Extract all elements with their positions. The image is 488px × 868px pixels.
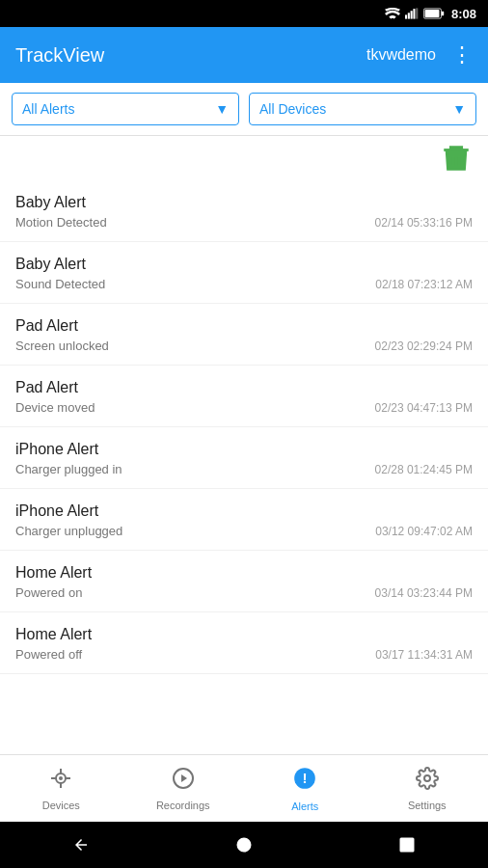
delete-button[interactable] [440, 142, 473, 175]
alert-item[interactable]: iPhone Alert Charger plugged in 02/28 01… [0, 427, 488, 489]
app-title: TrackView [15, 44, 104, 67]
alert-meta: Powered on 03/14 03:23:44 PM [15, 585, 473, 600]
devices-filter-arrow-icon: ▼ [452, 101, 466, 117]
nav-label-devices: Devices [42, 800, 80, 811]
alert-subtitle: Sound Detected [15, 277, 105, 291]
alert-title: Baby Alert [15, 194, 473, 211]
svg-rect-0 [405, 14, 407, 18]
nav-item-settings[interactable]: Settings [366, 759, 489, 819]
alert-title: Baby Alert [15, 256, 473, 273]
system-nav-bar [0, 822, 488, 868]
alert-title: Pad Alert [15, 317, 473, 335]
alert-item[interactable]: Baby Alert Sound Detected 02/18 07:23:12… [0, 242, 488, 304]
filter-bar: All Alerts ▼ All Devices ▼ [0, 83, 488, 136]
alerts-filter-dropdown[interactable]: All Alerts ▼ [12, 93, 239, 125]
settings-icon [416, 767, 439, 796]
alert-subtitle: Powered on [15, 585, 82, 600]
alert-time: 02/23 02:29:24 PM [375, 339, 473, 353]
svg-rect-6 [442, 12, 444, 16]
alert-subtitle: Charger plugged in [15, 462, 122, 476]
alerts-filter-arrow-icon: ▼ [215, 101, 229, 117]
nav-label-settings: Settings [408, 800, 447, 811]
alert-time: 02/18 07:23:12 AM [375, 278, 473, 291]
app-bar: TrackView tkvwdemo ⋮ [0, 27, 488, 83]
alert-title: Pad Alert [15, 379, 473, 396]
alert-time: 02/23 04:47:13 PM [375, 401, 473, 415]
devices-icon [49, 767, 72, 796]
svg-rect-3 [413, 9, 415, 19]
alert-subtitle: Device moved [15, 400, 95, 415]
signal-icon [405, 8, 419, 19]
svg-rect-22 [400, 838, 414, 852]
svg-text:!: ! [303, 770, 308, 786]
nav-label-recordings: Recordings [156, 800, 210, 811]
alert-time: 02/28 01:24:45 PM [375, 463, 473, 476]
nav-item-recordings[interactable]: Recordings [122, 759, 245, 819]
alerts-filter-label: All Alerts [22, 101, 74, 117]
alert-time: 03/17 11:34:31 AM [375, 648, 473, 662]
alert-subtitle: Screen unlocked [15, 339, 109, 353]
alert-meta: Motion Detected 02/14 05:33:16 PM [15, 215, 473, 230]
battery-icon [423, 8, 445, 19]
alert-time: 02/14 05:33:16 PM [375, 216, 473, 230]
svg-point-21 [237, 838, 251, 852]
alert-item[interactable]: Pad Alert Screen unlocked 02/23 02:29:24… [0, 304, 488, 366]
status-time: 8:08 [451, 7, 476, 21]
svg-point-20 [424, 775, 430, 781]
svg-rect-2 [411, 11, 413, 18]
status-bar: 8:08 [0, 0, 488, 27]
alert-title: iPhone Alert [15, 502, 473, 520]
app-username: tkvwdemo [366, 46, 436, 64]
alert-time: 03/14 03:23:44 PM [375, 586, 473, 600]
alert-item[interactable]: Home Alert Powered off 03/17 11:34:31 AM [0, 612, 488, 674]
svg-point-11 [59, 776, 63, 780]
nav-item-devices[interactable]: Devices [0, 759, 122, 819]
alert-meta: Charger plugged in 02/28 01:24:45 PM [15, 462, 473, 476]
alert-title: Home Alert [15, 564, 473, 582]
action-toolbar [0, 136, 488, 180]
devices-filter-label: All Devices [259, 101, 326, 117]
alert-subtitle: Motion Detected [15, 215, 107, 230]
svg-rect-1 [408, 13, 410, 18]
alert-item[interactable]: Pad Alert Device moved 02/23 04:47:13 PM [0, 366, 488, 427]
more-options-button[interactable]: ⋮ [451, 42, 473, 68]
svg-marker-17 [181, 774, 187, 782]
nav-item-alerts[interactable]: ! Alerts [244, 758, 366, 820]
bottom-nav: Devices Recordings ! Alerts Settings [0, 754, 488, 822]
svg-rect-7 [425, 10, 440, 17]
alert-title: iPhone Alert [15, 441, 473, 458]
back-button[interactable] [67, 830, 95, 859]
alert-meta: Screen unlocked 02/23 02:29:24 PM [15, 339, 473, 353]
alert-time: 03/12 09:47:02 AM [375, 525, 473, 538]
home-button[interactable] [230, 830, 258, 859]
alert-meta: Sound Detected 02/18 07:23:12 AM [15, 277, 473, 291]
wifi-icon [385, 8, 400, 19]
alert-meta: Powered off 03/17 11:34:31 AM [15, 647, 473, 662]
alert-subtitle: Powered off [15, 647, 82, 662]
alert-item[interactable]: Home Alert Powered on 03/14 03:23:44 PM [0, 551, 488, 612]
svg-rect-4 [416, 8, 418, 18]
alert-item[interactable]: Baby Alert Motion Detected 02/14 05:33:1… [0, 180, 488, 242]
recordings-icon [172, 767, 195, 796]
alerts-icon: ! [292, 766, 317, 797]
alert-meta: Device moved 02/23 04:47:13 PM [15, 400, 473, 415]
nav-label-alerts: Alerts [291, 800, 318, 812]
alert-title: Home Alert [15, 626, 473, 643]
recents-button[interactable] [393, 830, 421, 859]
alert-subtitle: Charger unplugged [15, 524, 122, 538]
alert-list: Baby Alert Motion Detected 02/14 05:33:1… [0, 180, 488, 754]
alert-item[interactable]: iPhone Alert Charger unplugged 03/12 09:… [0, 489, 488, 551]
alert-meta: Charger unplugged 03/12 09:47:02 AM [15, 524, 473, 538]
devices-filter-dropdown[interactable]: All Devices ▼ [249, 93, 476, 125]
